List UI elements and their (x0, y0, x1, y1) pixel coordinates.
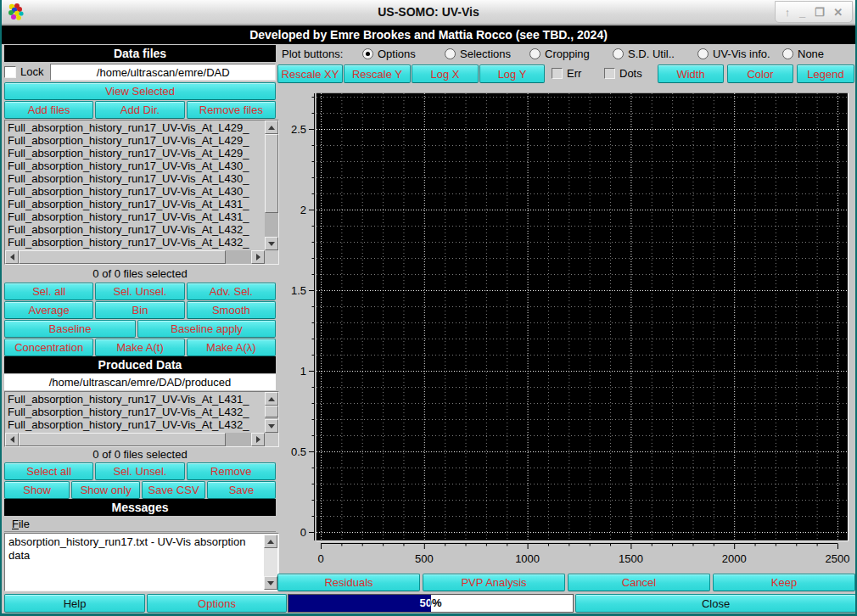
file-menu[interactable]: File (4, 518, 37, 530)
rescale-y-button[interactable]: Rescale Y (344, 64, 411, 83)
radio-none[interactable]: None (782, 48, 824, 60)
uv-vis-plot: 00.511.522.505001000150020002500 (287, 87, 855, 571)
radio-selections[interactable]: Selections (445, 48, 511, 60)
list-item[interactable]: Full_absorption_history_run17_UV-Vis_At_… (6, 210, 264, 223)
list-item[interactable]: Full_absorption_history_run17_UV-Vis_At_… (6, 134, 264, 147)
scroll-left-button[interactable] (5, 433, 19, 446)
select-all-button[interactable]: Select all (4, 462, 93, 480)
radio-cropping[interactable]: Cropping (529, 48, 590, 60)
scroll-right-button[interactable] (251, 433, 265, 446)
sel-unsel-button[interactable]: Sel. Unsel. (95, 462, 184, 480)
concentration-button[interactable]: Concentration (4, 339, 93, 356)
axis-tick-label: 0 (317, 552, 323, 565)
add-dir-button[interactable]: Add Dir. (95, 101, 184, 119)
list-item[interactable]: Full_absorption_history_run17_UV-Vis_At_… (6, 172, 264, 185)
radio-uv-vis-info[interactable]: UV-Vis info. (697, 48, 770, 60)
checkbox-err[interactable]: Err (552, 67, 581, 80)
options-button[interactable]: Options (147, 594, 287, 613)
list-item[interactable]: Full_absorption_history_run17_UV-Vis_At_… (6, 121, 264, 134)
horizontal-scrollbar[interactable] (5, 250, 265, 264)
radio-s-d-util[interactable]: S.D. Util.. (613, 48, 675, 60)
checkbox-dots[interactable]: Dots (604, 67, 642, 80)
produced-data-path[interactable]: /home/ultrascan/emre/DAD/produced (4, 374, 276, 390)
average-button[interactable]: Average (4, 301, 93, 319)
help-button[interactable]: Help (4, 594, 145, 613)
scroll-left-button[interactable] (5, 250, 19, 264)
scroll-up-button[interactable] (265, 392, 278, 406)
show-only-button[interactable]: Show only (71, 481, 140, 499)
list-item[interactable]: Full_absorption_history_run17_UV-Vis_At_… (6, 236, 264, 249)
bin-button[interactable]: Bin (95, 301, 184, 319)
list-item[interactable]: Full_absorption_history_run17_UV-Vis_At_… (6, 198, 264, 210)
axis-tick-label: 2000 (722, 552, 747, 565)
plot-canvas[interactable] (316, 93, 848, 540)
keep-button[interactable]: Keep (713, 574, 855, 591)
log-x-button[interactable]: Log X (412, 64, 479, 83)
scrollbar-corner (265, 433, 278, 446)
radio-circle-icon (697, 48, 709, 59)
residuals-button[interactable]: Residuals (277, 574, 420, 591)
plot-svg[interactable]: 00.511.522.505001000150020002500 (287, 87, 855, 571)
progress-bar: 50% 50% (288, 594, 574, 613)
minimize-icon[interactable]: _ (799, 7, 805, 18)
list-item[interactable]: Full_absorption_history_run17_UV-Vis_At_… (6, 147, 264, 160)
scroll-right-button[interactable] (251, 250, 265, 264)
smooth-button[interactable]: Smooth (187, 301, 276, 319)
save-csv-button[interactable]: Save CSV (142, 481, 205, 499)
list-item[interactable]: Full_absorption_history_run17_UV-Vis_At_… (6, 393, 264, 406)
scroll-down-button[interactable] (264, 576, 277, 590)
list-item[interactable]: Full_absorption_history_run17_UV-Vis_At_… (6, 406, 264, 418)
scrollbar-thumb[interactable] (19, 250, 226, 264)
adv-sel-button[interactable]: Adv. Sel. (187, 283, 276, 300)
scroll-down-button[interactable] (265, 237, 278, 250)
baseline-button[interactable]: Baseline (4, 320, 136, 338)
show-button[interactable]: Show (4, 481, 70, 499)
axis-tick-label: 2500 (826, 552, 850, 565)
radio-options[interactable]: Options (362, 48, 416, 60)
app-icon (6, 3, 26, 21)
horizontal-scrollbar[interactable] (5, 433, 265, 446)
sel-unsel-button[interactable]: Sel. Unsel. (95, 283, 184, 300)
remove-files-button[interactable]: Remove files (187, 101, 276, 119)
make-a-button[interactable]: Make A(λ) (187, 339, 276, 356)
width-button[interactable]: Width (658, 64, 724, 83)
list-item[interactable]: Full_absorption_history_run17_UV-Vis_At_… (6, 160, 264, 172)
cancel-button[interactable]: Cancel (568, 574, 710, 591)
close-icon[interactable]: ✕ (833, 7, 843, 18)
make-a-t-button[interactable]: Make A(t) (95, 339, 184, 356)
axis-tick-label: 500 (415, 552, 434, 565)
vertical-scrollbar[interactable] (265, 120, 278, 250)
scrollbar-thumb[interactable] (265, 134, 278, 213)
rescale-xy-button[interactable]: Rescale XY (277, 64, 343, 83)
view-selected-button[interactable]: View Selected (4, 82, 276, 100)
log-y-button[interactable]: Log Y (479, 64, 545, 83)
save-button[interactable]: Save (207, 481, 276, 499)
messages-box[interactable]: absorption_history_run17.txt - UV-Vis ab… (4, 533, 279, 591)
remove-button[interactable]: Remove (187, 462, 276, 480)
sel-all-button[interactable]: Sel. all (4, 283, 93, 300)
list-item[interactable]: Full_absorption_history_run17_UV-Vis_At_… (6, 185, 264, 198)
scroll-up-button[interactable] (265, 120, 278, 134)
pvp-analysis-button[interactable]: PVP Analysis (423, 574, 565, 591)
radio-circle-icon (445, 48, 456, 59)
close-button[interactable]: Close (575, 594, 856, 613)
list-item[interactable]: Full_absorption_history_run17_UV-Vis_At_… (6, 418, 264, 431)
legend-button[interactable]: Legend (797, 64, 854, 83)
vertical-scrollbar[interactable] (264, 535, 277, 590)
scrollbar-thumb[interactable] (19, 433, 226, 446)
scrollbar-thumb[interactable] (265, 406, 278, 417)
maximize-icon[interactable]: ❐ (815, 7, 825, 18)
vertical-scrollbar[interactable] (265, 392, 278, 433)
axis-tick-label: 1000 (515, 552, 540, 565)
add-files-button[interactable]: Add files (4, 101, 93, 119)
scroll-up-button[interactable] (264, 535, 277, 548)
shade-icon[interactable]: ↑ (785, 7, 791, 18)
list-item[interactable]: Full_absorption_history_run17_UV-Vis_At_… (6, 223, 264, 236)
scroll-down-button[interactable] (265, 419, 278, 433)
axis-tick-label: 1 (300, 365, 306, 378)
arrow-up-icon (267, 536, 274, 544)
baseline-apply-button[interactable]: Baseline apply (137, 320, 276, 338)
produced-data-list[interactable]: Full_absorption_history_run17_UV-Vis_At_… (4, 391, 279, 447)
data-files-list[interactable]: Full_absorption_history_run17_UV-Vis_At_… (4, 120, 279, 265)
color-button[interactable]: Color (727, 64, 793, 83)
